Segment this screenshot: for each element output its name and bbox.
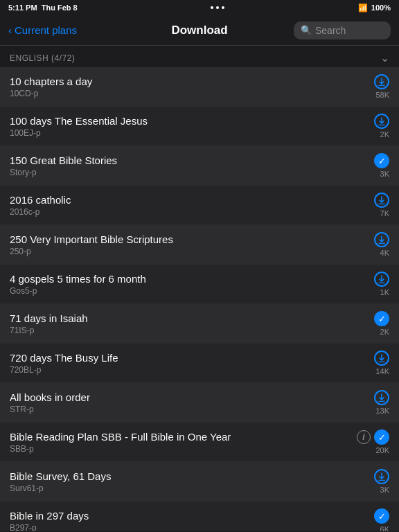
item-subtitle: STR-p (10, 405, 374, 414)
list-item[interactable]: 10 chapters a day10CD-p 58K (0, 67, 399, 107)
list-item[interactable]: Bible Survey, 61 DaysSurv61-p 3K (0, 462, 399, 502)
search-icon: 🔍 (301, 25, 312, 35)
downloaded-check-icon[interactable]: ✓ (374, 429, 389, 445)
list-item[interactable]: All books in orderSTR-p 13K (0, 383, 399, 423)
item-size: 4K (380, 249, 389, 257)
item-title: 2016 catholic (10, 194, 374, 206)
item-title: Bible Reading Plan SBB - Full Bible in O… (10, 431, 357, 443)
item-subtitle: Gos5-p (10, 286, 374, 296)
item-subtitle: 71IS-p (10, 326, 374, 335)
page-title: Download (171, 24, 227, 37)
list-item[interactable]: 71 days in Isaiah71IS-p✓2K (0, 304, 399, 344)
item-title: 10 chapters a day (10, 76, 374, 87)
item-subtitle: 720BL-p (10, 365, 374, 375)
item-size: 3K (380, 170, 389, 178)
download-button[interactable] (374, 390, 389, 405)
item-subtitle: 250-p (10, 247, 374, 256)
status-indicators: 📶 100% (358, 3, 391, 12)
item-title: 250 Very Important Bible Scriptures (10, 233, 374, 245)
back-button[interactable]: ‹ Current plans (8, 24, 77, 36)
item-size: 2K (380, 328, 389, 336)
list-item[interactable]: Bible Reading Plan SBB - Full Bible in O… (0, 423, 399, 462)
item-title: All books in order (10, 391, 374, 403)
item-title: 720 days The Busy Life (10, 352, 374, 364)
battery-icon: 100% (371, 3, 391, 12)
status-time-date: 5:11 PM Thu Feb 8 (8, 3, 78, 12)
item-title: Bible in 297 days (10, 510, 374, 522)
item-title: Bible Survey, 61 Days (10, 470, 374, 482)
item-subtitle: SBB-p (10, 444, 357, 454)
list-item[interactable]: 720 days The Busy Life720BL-p 14K (0, 344, 399, 383)
search-placeholder: Search (315, 25, 346, 36)
status-bar: 5:11 PM Thu Feb 8 📶 100% (0, 0, 399, 15)
downloaded-check-icon[interactable]: ✓ (374, 311, 389, 326)
download-button[interactable] (374, 351, 389, 366)
info-icon[interactable]: i (357, 430, 371, 444)
item-subtitle: 2016c-p (10, 207, 374, 217)
item-subtitle: 100EJ-p (10, 128, 374, 138)
item-size: 20K (375, 446, 389, 454)
back-chevron-icon: ‹ (8, 24, 12, 36)
list-item[interactable]: 2016 catholic2016c-p 7K (0, 186, 399, 225)
downloaded-check-icon[interactable]: ✓ (374, 153, 389, 168)
item-size: 14K (375, 367, 389, 375)
download-button[interactable] (374, 232, 389, 247)
item-size: 1K (380, 288, 389, 296)
list-item[interactable]: Bible in 297 daysB297-p✓6K (0, 502, 399, 531)
section-collapse-icon[interactable]: ⌄ (380, 51, 389, 64)
item-title: 4 gospels 5 times for 6 month (10, 273, 374, 285)
item-size: 58K (375, 91, 389, 99)
status-dots (211, 6, 224, 9)
item-size: 6K (380, 525, 389, 531)
download-button[interactable] (374, 469, 389, 484)
section-header: ENGLISH (4/72) ⌄ (0, 46, 399, 67)
download-button[interactable] (374, 114, 389, 129)
list-item[interactable]: 150 Great Bible StoriesStory-p✓3K (0, 146, 399, 186)
item-subtitle: 10CD-p (10, 89, 374, 98)
download-button[interactable] (374, 193, 389, 208)
downloaded-check-icon[interactable]: ✓ (374, 508, 389, 524)
list-item[interactable]: 100 days The Essential Jesus100EJ-p 2K (0, 107, 399, 146)
item-size: 13K (375, 407, 389, 415)
item-list: 10 chapters a day10CD-p 58K100 days The … (0, 67, 399, 531)
item-size: 7K (380, 209, 389, 218)
item-title: 100 days The Essential Jesus (10, 115, 374, 127)
wifi-icon: 📶 (358, 3, 368, 12)
list-item[interactable]: 250 Very Important Bible Scriptures250-p… (0, 225, 399, 265)
item-subtitle: B297-p (10, 523, 374, 532)
download-button[interactable] (374, 272, 389, 287)
nav-bar: ‹ Current plans Download 🔍 Search (0, 15, 399, 46)
list-item[interactable]: 4 gospels 5 times for 6 monthGos5-p 1K (0, 265, 399, 304)
item-title: 150 Great Bible Stories (10, 154, 374, 166)
back-label[interactable]: Current plans (15, 24, 77, 36)
item-size: 3K (380, 486, 389, 494)
item-subtitle: Surv61-p (10, 484, 374, 493)
download-button[interactable] (374, 74, 389, 89)
item-title: 71 days in Isaiah (10, 312, 374, 324)
item-subtitle: Story-p (10, 168, 374, 177)
search-bar[interactable]: 🔍 Search (294, 21, 391, 39)
item-size: 2K (380, 130, 389, 139)
section-label: ENGLISH (4/72) (10, 53, 75, 63)
